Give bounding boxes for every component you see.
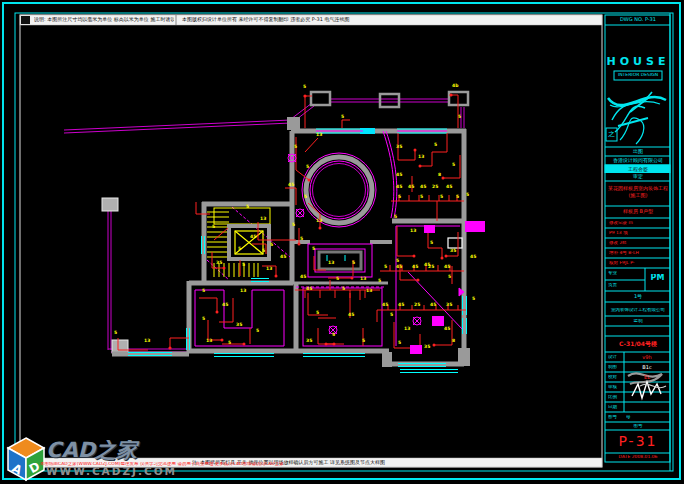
circuit-label: 5 <box>332 332 335 337</box>
circuit-label: 5 <box>430 240 433 245</box>
row-approve: 审定 <box>606 174 670 179</box>
circuit-label: 5 <box>238 246 241 251</box>
circuit-label: 5 <box>256 328 259 333</box>
project-name: 某花园样板房室内装饰工程(施工图) <box>608 185 668 205</box>
row-pw: 出图 <box>606 149 670 154</box>
ceiling-fan-icon <box>413 317 421 325</box>
table-value: EL <box>626 375 668 380</box>
circuit-label: 5 <box>341 114 344 119</box>
circuit-label: 35 <box>450 248 456 253</box>
circuit-label: 5 <box>440 194 443 199</box>
circuit-label: 5 <box>396 258 399 263</box>
revision-row: 核对 F9JL P- <box>609 261 667 266</box>
circuit-label: 5 <box>336 276 339 281</box>
circuit-label: 35 <box>306 338 312 343</box>
circuit-label: 5 <box>246 204 249 209</box>
circuit-label: 25 <box>428 264 434 269</box>
circuit-label: 5 <box>294 144 297 149</box>
circuit-label: 5 <box>398 340 401 345</box>
ceiling-circle <box>302 153 376 227</box>
walls <box>112 129 466 366</box>
circuit-label: 13 <box>410 228 416 233</box>
circuit-label: 5 <box>304 194 307 199</box>
circuit-label: 13 <box>316 218 322 223</box>
unit-number: 1号 <box>606 294 670 299</box>
circuit-label: 5 <box>312 246 315 251</box>
circuit-label: 35 <box>216 260 222 265</box>
table-label: 校对 <box>608 375 624 380</box>
circuit-label: 45 <box>412 264 418 269</box>
circuit-label: 5 <box>434 142 437 147</box>
sheet-title: C-31/04号楼 <box>606 341 670 347</box>
circuit-label: 5 <box>270 242 273 247</box>
cad-drawing-sheet: 54b5355135458454545254555555135355455545… <box>0 0 684 484</box>
circuit-label: 45 <box>348 312 354 317</box>
circuit-label: 45 <box>470 254 476 259</box>
circuit-label: 45 <box>396 172 402 177</box>
circuit-label: 13 <box>366 288 372 293</box>
circuit-label: 5 <box>292 222 295 227</box>
circuit-label: 45 <box>444 264 450 269</box>
circuit-label: 45 <box>396 184 402 189</box>
circuit-label: 35 <box>424 344 430 349</box>
company-line: 室内装饰设计工程有限公司 <box>606 308 670 313</box>
lead-label: 负责 <box>608 283 638 288</box>
plan-canvas: 54b5355135458454545254555555135355455545… <box>0 0 684 484</box>
circuit-label: 45 <box>288 182 294 187</box>
circuit-label: 13 <box>206 338 212 343</box>
circuit-label: 45 <box>430 302 436 307</box>
circuit-label: 5 <box>390 312 393 317</box>
circuit-label: 45 <box>382 302 388 307</box>
row-company: 香港设计顾问有限公司 <box>606 158 670 163</box>
circuit-label: 5 <box>202 316 205 321</box>
circuit-label: 45 <box>398 302 404 307</box>
circuit-label: 5 <box>114 330 117 335</box>
circuit-label: 5 <box>472 296 475 301</box>
titleblock-header: DWG NO. P-31 <box>606 17 670 22</box>
circuit-label: 5 <box>212 224 215 229</box>
brand-subtitle: INTERIOR DESIGN <box>614 73 662 78</box>
circuit-label: 5 <box>316 310 319 315</box>
circuit-label: 5 <box>306 164 309 169</box>
ceiling-fan-icon <box>296 209 304 217</box>
circuit-label: 45 <box>408 184 414 189</box>
circuit-label: 35 <box>446 302 452 307</box>
circuit-label: 45 <box>306 286 312 291</box>
circuit-label: 5 <box>394 214 397 219</box>
elevator <box>229 226 269 259</box>
circuit-label: 5 <box>303 84 306 89</box>
circuit-label: 13 <box>266 266 272 271</box>
table-label: 设计 <box>608 355 624 360</box>
circuit-label: 13 <box>240 288 246 293</box>
circuit-label: 45 <box>250 234 256 239</box>
circuit-label: 13 <box>360 276 366 281</box>
sheet-note-left: 说明: 本图所注尺寸均以毫米为单位 标高以米为单位 施工时请以现场实际尺寸为准 … <box>34 17 174 22</box>
circuit-label: 8 <box>438 172 441 177</box>
circuit-label: 25 <box>414 302 420 307</box>
supervise-label: 监制 <box>606 319 670 324</box>
circuit-label: 13 <box>260 216 266 221</box>
circuit-label: 13 <box>418 154 424 159</box>
circuit-label: 45 <box>446 184 452 189</box>
circuit-label: 5 <box>342 286 345 291</box>
circuit-label: 5 <box>466 192 469 197</box>
stamp-box: 之 <box>606 131 617 138</box>
table-label: 日期 <box>608 405 624 410</box>
signoff-bar: 工程会签 <box>606 167 670 172</box>
table-label: 比例 <box>608 395 624 400</box>
watermark-url: WWW.CADZJ.COM <box>46 466 176 477</box>
circuit-label: 5 <box>456 194 459 199</box>
circuit-label: 35 <box>236 322 242 327</box>
circuit-label: 5 <box>452 162 455 167</box>
watermark-brand: CAD之家 <box>46 440 166 461</box>
circuit-label: 5 <box>420 194 423 199</box>
sheet-border <box>3 3 680 479</box>
table-value: v9h <box>626 355 668 360</box>
circuit-label: 5 <box>378 278 381 283</box>
revision-row: 增补 4号 B-LH <box>609 251 667 256</box>
table-label: 图号 <box>608 415 624 420</box>
circuit-label: 13 <box>328 260 334 265</box>
circuit-label: 5 <box>384 264 387 269</box>
sheet-note-right: 本图版权归设计单位所有 未经许可不得复制翻印 违者必究 P-31 电气连线图 <box>182 17 432 22</box>
circuit-label: 5 <box>458 114 461 119</box>
